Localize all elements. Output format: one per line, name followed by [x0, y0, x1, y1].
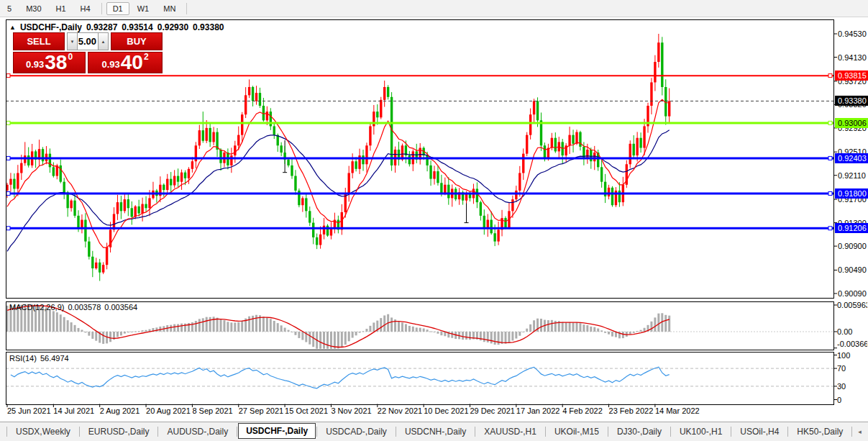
level-line-handle[interactable] — [6, 74, 10, 78]
volume-decrement-icon[interactable]: ▼ — [67, 32, 78, 50]
tab-scroll-left-icon[interactable]: ◂ — [853, 428, 867, 435]
tab-UK100-H1[interactable]: UK100-,H1 — [672, 424, 730, 440]
level-line-handle[interactable] — [828, 121, 832, 124]
level-line-handle[interactable] — [828, 227, 832, 230]
buy-button[interactable]: BUY — [111, 32, 163, 50]
sell-price-sup: 0 — [68, 53, 73, 61]
level-line-handle[interactable] — [828, 74, 832, 78]
macd-label: MACD(12,26,9) 0.003578 0.003564 — [9, 303, 137, 312]
tab-USDX-Weekly[interactable]: USDX,Weekly — [8, 424, 78, 440]
tab-separator — [79, 427, 80, 437]
volume-stepper: ▼ 5.00 ▲ — [67, 32, 109, 50]
macd-name: MACD(12,26,9) — [9, 303, 64, 312]
tab-USOil-H4[interactable]: USOil-,H4 — [732, 424, 787, 440]
ohlc-close: 0.93380 — [193, 22, 224, 32]
tab-separator — [6, 427, 7, 437]
tab-separator — [157, 427, 158, 437]
sell-price-prefix: 0.93 — [26, 58, 44, 72]
ohlc-low: 0.92930 — [157, 22, 188, 32]
tab-UKOil-M15[interactable]: UKOil-,M15 — [547, 424, 607, 440]
tab-separator — [851, 427, 852, 437]
tab-XAUUSD-H1[interactable]: XAUUSD-,H1 — [476, 424, 544, 440]
tab-separator — [237, 427, 237, 437]
level-line-handle[interactable] — [828, 156, 832, 160]
sell-price-big: 38 — [45, 53, 67, 72]
chart-tab-bar: USDX,WeeklyEURUSD-,DailyAUDUSD-,DailyUSD… — [0, 422, 868, 441]
trading-terminal-window: 5M30H1H4D1W1MN 0.945300.941300.937200.93… — [0, 0, 868, 441]
chart-title: ▲ USDCHF-,Daily 0.93287 0.93514 0.92930 … — [9, 22, 224, 32]
level-line-handle[interactable] — [6, 121, 10, 124]
sell-price-button[interactable]: 0.93 38 0 — [13, 52, 86, 73]
macd-value-signal: 0.003564 — [104, 303, 137, 312]
symbol-name: USDCHF-,Daily — [20, 22, 82, 32]
tab-separator — [475, 427, 475, 437]
tab-DJ30-Daily[interactable]: DJ30-,Daily — [609, 424, 670, 440]
volume-increment-icon[interactable]: ▲ — [98, 32, 109, 50]
ohlc-high: 0.93514 — [122, 22, 152, 32]
buy-price-prefix: 0.93 — [101, 58, 119, 72]
tab-separator — [396, 427, 396, 437]
volume-field[interactable]: 5.00 — [78, 32, 98, 50]
buy-price-big: 40 — [121, 53, 143, 72]
tab-separator — [787, 427, 788, 437]
tab-USDCAD-Daily[interactable]: USDCAD-,Daily — [318, 424, 395, 440]
tab-USDCNH-Daily[interactable]: USDCNH-,Daily — [397, 424, 474, 440]
rsi-name: RSI(14) — [9, 354, 37, 363]
rsi-value: 56.4974 — [40, 354, 69, 363]
level-line-handle[interactable] — [828, 191, 832, 195]
buy-price-button[interactable]: 0.93 40 2 — [88, 52, 163, 73]
buy-price-sup: 2 — [144, 53, 149, 61]
one-click-trading-widget: SELL ▼ 5.00 ▲ BUY 0.93 38 0 0.93 40 2 — [13, 32, 163, 73]
tab-separator — [608, 427, 608, 437]
level-line-handle[interactable] — [6, 227, 10, 230]
tab-AUDUSD-Daily[interactable]: AUDUSD-,Daily — [159, 424, 236, 440]
tab-HK50-Daily[interactable]: HK50-,Daily — [789, 424, 851, 440]
tab-separator — [731, 427, 731, 437]
level-line-handle[interactable] — [6, 156, 10, 160]
ohlc-open: 0.93287 — [86, 22, 117, 32]
tab-separator — [316, 427, 317, 437]
macd-value-main: 0.003578 — [68, 303, 101, 312]
tab-separator — [545, 427, 546, 437]
collapse-panel-icon[interactable]: ▲ — [9, 24, 16, 31]
sell-button[interactable]: SELL — [13, 32, 65, 50]
tab-separator — [670, 427, 671, 437]
rsi-label: RSI(14) 56.4974 — [9, 354, 69, 363]
tab-EURUSD-Daily[interactable]: EURUSD-,Daily — [81, 424, 157, 440]
level-line-handle[interactable] — [6, 191, 10, 195]
tab-USDCHF-Daily[interactable]: USDCHF-,Daily — [238, 423, 316, 439]
